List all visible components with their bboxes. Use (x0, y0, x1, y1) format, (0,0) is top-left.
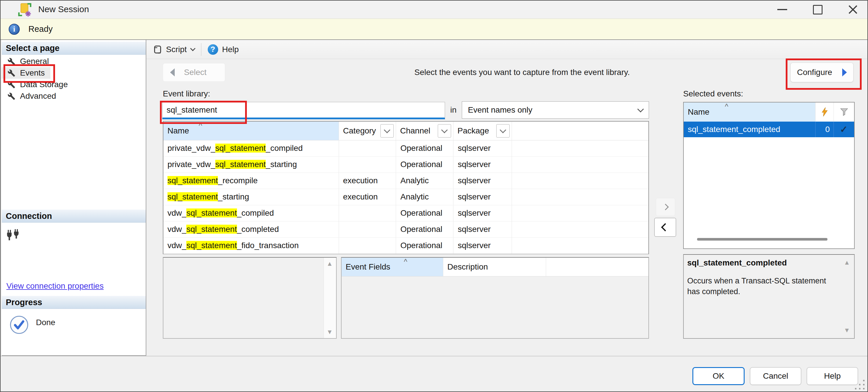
library-table-header: Name ^ Category Channel Package (163, 122, 648, 140)
column-header-name[interactable]: Name ^ (163, 122, 339, 140)
script-button-label: Script (166, 45, 187, 54)
description-text: Occurs when a Transact-SQL statement has… (687, 275, 841, 297)
category-filter-dropdown[interactable] (380, 124, 394, 137)
filter-check-icon: ✓ (834, 122, 854, 137)
scroll-up-icon[interactable]: ▲ (844, 259, 850, 266)
column-header-name[interactable]: Name ^ (684, 102, 815, 122)
instruction-text: Select the events you want to capture fr… (348, 68, 696, 77)
script-scroll-icon (153, 45, 162, 54)
column-header-category[interactable]: Category (339, 122, 396, 140)
script-dropdown-icon[interactable] (190, 46, 195, 51)
selected-events-label: Selected events: (683, 89, 743, 98)
event-details-panel: ▲ ▼ (163, 257, 337, 339)
maximize-icon (813, 5, 823, 14)
search-scope-dropdown[interactable]: Event names only (462, 101, 649, 119)
event-library-label: Event library: (163, 89, 210, 98)
dialog-footer: OK Cancel Help (1, 356, 867, 392)
column-header-description[interactable]: Description (443, 258, 546, 276)
resize-grip[interactable] (853, 380, 865, 391)
search-scope-value: Event names only (468, 105, 532, 115)
column-header-package[interactable]: Package (453, 122, 512, 140)
chevron-down-icon (500, 127, 506, 133)
selected-event-name: sql_statement_completed (688, 122, 780, 137)
sidebar: Select a page General Events Data Storag… (2, 40, 146, 356)
select-button-label: Select (184, 68, 207, 77)
event-row[interactable]: private_vdw_sql_statement_compiled Opera… (163, 140, 648, 157)
selected-table-header: Name ^ (684, 102, 854, 122)
package-filter-dropdown[interactable] (496, 124, 509, 137)
event-row[interactable]: sql_statement_recompile execution Analyt… (163, 172, 648, 189)
event-description-panel: sql_statement_completed ▲ Occurs when a … (683, 254, 855, 339)
sidebar-item-label: General (20, 57, 49, 66)
event-row[interactable]: vdw_sql_statement_fido_transaction Opera… (163, 237, 648, 254)
column-header-event-fields[interactable]: Event Fields ^ (342, 258, 443, 276)
search-highlight: sql_statement (215, 143, 266, 153)
search-highlight: sql_statement (215, 160, 266, 169)
sidebar-item-advanced[interactable]: Advanced (2, 90, 56, 102)
event-row[interactable]: vdw_sql_statement_compiled Operational s… (163, 205, 648, 222)
search-highlight: sql_statement (167, 176, 218, 185)
event-row[interactable]: vdw_sql_statement_completed Operational … (163, 221, 648, 238)
sort-asc-icon: ^ (199, 122, 202, 129)
close-button[interactable] (846, 3, 859, 17)
wrench-icon (7, 92, 16, 100)
status-text: Ready (28, 24, 53, 34)
ok-button[interactable]: OK (692, 367, 745, 385)
event-library-table: Name ^ Category Channel Package private_… (163, 121, 649, 254)
scroll-down-icon[interactable]: ▼ (844, 327, 850, 333)
toolbar-separator (201, 43, 202, 56)
action-count: 0 (815, 122, 830, 137)
lightning-icon (822, 107, 828, 117)
sidebar-item-events[interactable]: Events (2, 67, 51, 79)
event-library-search-input[interactable] (162, 102, 445, 119)
selected-event-row[interactable]: sql_statement_completed 0 ✓ (684, 122, 854, 137)
event-fields-table: Event Fields ^ Description (341, 257, 649, 339)
minimize-button[interactable] (776, 3, 788, 17)
horizontal-scrollbar-thumb[interactable] (697, 238, 828, 240)
new-session-dialog: New Session i Ready Select a page Genera… (0, 0, 868, 392)
sidebar-item-general[interactable]: General (2, 56, 49, 67)
configure-button[interactable]: Configure (790, 63, 854, 82)
chevron-left-icon (661, 223, 669, 231)
forward-arrow-icon (842, 68, 847, 76)
column-header-filter[interactable] (834, 102, 855, 122)
maximize-button[interactable] (811, 3, 824, 17)
progress-status: Done (36, 318, 55, 327)
description-title: sql_statement_completed (687, 258, 787, 267)
help-button[interactable]: Help (807, 367, 858, 385)
event-row[interactable]: private_vdw_sql_statement_starting Opera… (163, 156, 648, 173)
selected-events-table: Name ^ sql_statement_completed 0 ✓ (683, 102, 855, 249)
help-button-label: Help (222, 45, 239, 54)
sidebar-item-label: Advanced (20, 92, 56, 101)
chevron-down-icon (638, 106, 644, 112)
select-page-button[interactable]: Select (163, 63, 225, 81)
event-row[interactable]: sql_statement_starting execution Analyti… (163, 189, 648, 205)
scroll-up-icon[interactable]: ▲ (327, 261, 333, 267)
remove-event-button[interactable] (654, 218, 676, 237)
connection-header: Connection (2, 209, 146, 223)
window-controls (776, 1, 859, 19)
page-toolbar: Script ? Help (146, 40, 868, 59)
channel-filter-dropdown[interactable] (438, 124, 451, 137)
connection-plugs-icon (6, 228, 20, 242)
window-title: New Session (38, 4, 89, 14)
sidebar-item-data-storage[interactable]: Data Storage (2, 79, 68, 90)
column-header-channel[interactable]: Channel (396, 122, 454, 140)
close-icon (848, 4, 858, 15)
vertical-scrollbar[interactable]: ▲ ▼ (323, 258, 336, 338)
progress-header: Progress (2, 296, 146, 309)
filter-funnel-icon (840, 108, 848, 116)
view-connection-properties-link[interactable]: View connection properties (6, 282, 104, 291)
chevron-down-icon (441, 127, 448, 133)
in-label: in (450, 105, 457, 115)
cancel-button[interactable]: Cancel (750, 367, 801, 385)
configure-button-label: Configure (797, 68, 832, 77)
sort-asc-icon: ^ (725, 103, 728, 110)
column-header-actions[interactable] (815, 102, 834, 122)
sidebar-item-label: Data Storage (20, 80, 68, 89)
script-button[interactable]: Script (150, 43, 197, 56)
select-a-page-header: Select a page (2, 42, 146, 55)
scroll-down-icon[interactable]: ▼ (327, 329, 333, 335)
add-event-button[interactable] (656, 198, 675, 216)
help-toolbar-button[interactable]: ? Help (205, 42, 242, 57)
